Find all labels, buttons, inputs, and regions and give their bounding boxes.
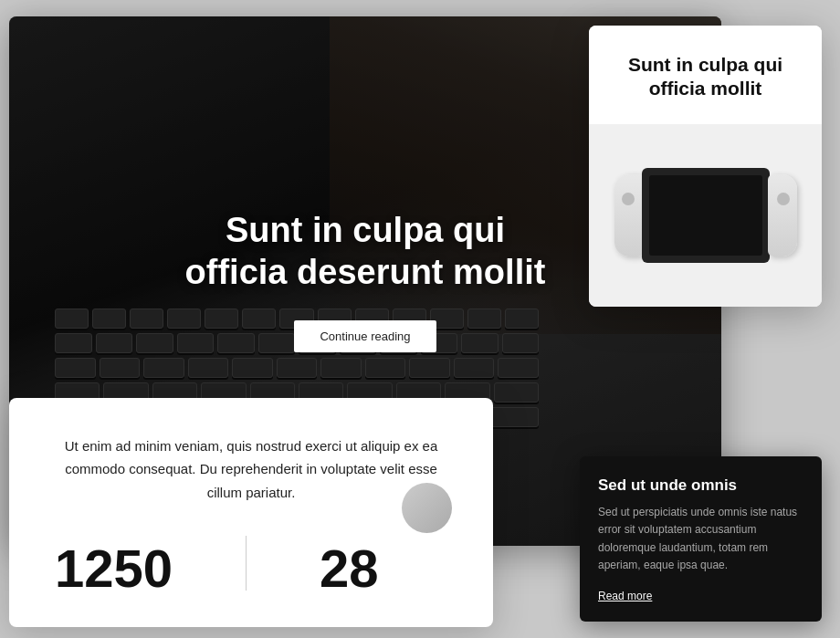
body-text: Ut enim ad minim veniam, quis nostrud ex… <box>55 434 447 505</box>
continue-reading-button[interactable]: Continue reading <box>294 320 436 352</box>
dark-card-title: Sed ut unde omnis <box>598 476 803 495</box>
gaming-device <box>614 161 797 270</box>
stat-divider <box>246 536 247 591</box>
left-joycon <box>614 174 644 256</box>
right-card-header: Sunt in culpa qui officia mollit <box>589 26 822 124</box>
stats-row: 1250 28 <box>55 536 447 595</box>
right-card: Sunt in culpa qui officia mollit <box>589 26 822 307</box>
stat-28: 28 <box>320 542 379 595</box>
screen <box>649 175 762 256</box>
right-card-title: Sunt in culpa qui officia mollit <box>612 53 799 101</box>
left-thumbstick <box>622 193 635 205</box>
dark-info-card: Sed ut unde omnis Sed ut perspiciatis un… <box>580 456 822 622</box>
screen-frame <box>642 168 770 263</box>
right-joycon <box>768 174 797 256</box>
right-thumbstick <box>777 193 790 205</box>
scene: Sunt in culpa qui officia deserunt molli… <box>0 0 840 638</box>
read-more-link[interactable]: Read more <box>598 590 652 602</box>
dark-card-body: Sed ut perspiciatis unde omnis iste natu… <box>598 504 803 574</box>
hero-title: Sunt in culpa qui officia deserunt molli… <box>173 210 557 293</box>
avatar <box>402 483 452 533</box>
device-image-area <box>589 124 822 307</box>
stat-1250: 1250 <box>55 542 173 595</box>
